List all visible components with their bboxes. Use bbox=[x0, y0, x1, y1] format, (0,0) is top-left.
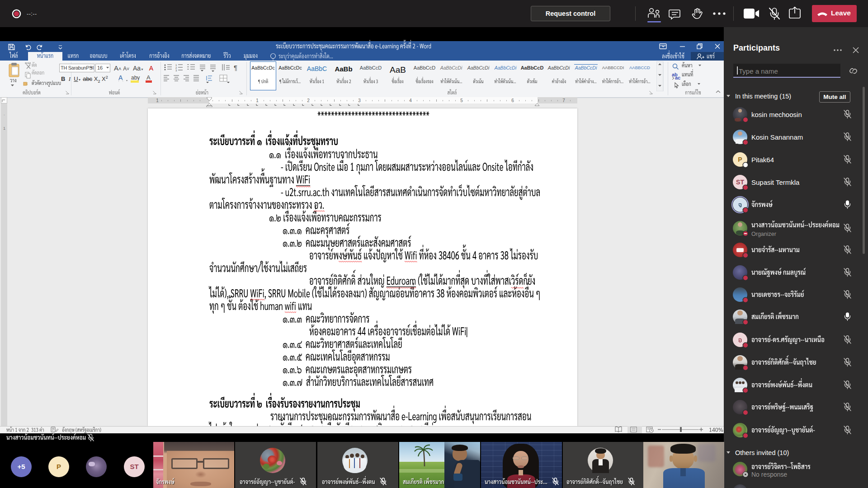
svg-text:¶: ¶ bbox=[234, 64, 237, 71]
svg-text:4: 4 bbox=[409, 98, 412, 103]
svg-text:7: 7 bbox=[562, 98, 565, 103]
svg-text:A: A bbox=[118, 74, 123, 81]
svg-text:ac: ac bbox=[675, 75, 680, 80]
svg-text:6: 6 bbox=[511, 98, 514, 103]
svg-text:2: 2 bbox=[307, 98, 310, 103]
svg-text:1: 1 bbox=[156, 98, 159, 103]
svg-text:5: 5 bbox=[460, 98, 463, 103]
svg-text:A: A bbox=[146, 74, 151, 81]
svg-text:3: 3 bbox=[175, 69, 177, 72]
svg-text:3: 3 bbox=[358, 98, 361, 103]
svg-text:1: 1 bbox=[256, 98, 259, 103]
svg-text:aby: aby bbox=[131, 75, 140, 81]
